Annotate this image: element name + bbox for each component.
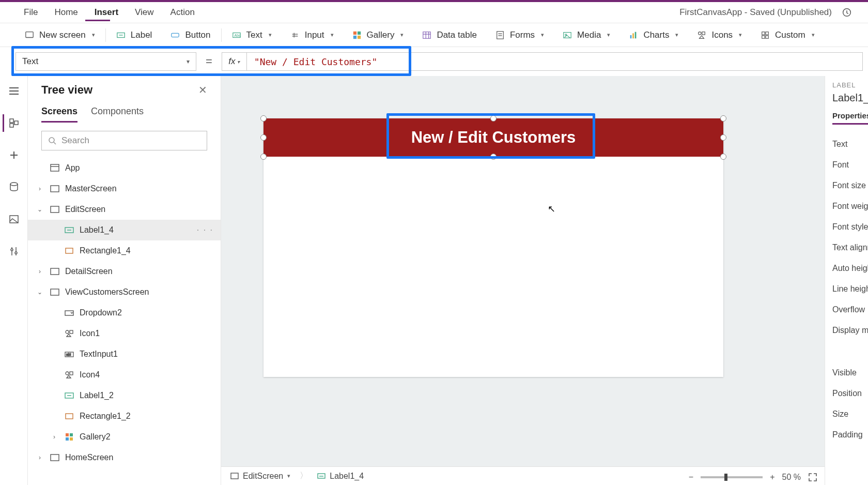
prop-row[interactable]: Padding xyxy=(832,425,868,445)
prop-row[interactable]: Text alignme xyxy=(832,237,868,258)
tree-item-label: EditScreen xyxy=(65,205,105,214)
tree-item-label: Gallery2 xyxy=(80,432,111,442)
prop-row[interactable]: Font weight xyxy=(832,196,868,217)
chevron-down-icon: ▾ xyxy=(739,32,742,38)
ribbon-text[interactable]: Abc Text▾ xyxy=(223,23,281,47)
formula-bar: Text ▾ = fx▾ xyxy=(0,47,868,76)
more-icon[interactable]: · · · xyxy=(197,225,213,235)
search-input[interactable]: Search xyxy=(41,131,207,150)
tab-properties[interactable]: Properties xyxy=(832,111,868,125)
svg-rect-7 xyxy=(357,31,360,34)
tree-item-label1_2[interactable]: Label1_2 xyxy=(28,385,221,406)
tree-item-viewcustomersscreen[interactable]: ⌄ViewCustomersScreen xyxy=(28,282,221,302)
ribbon-button[interactable]: Button xyxy=(161,23,220,47)
formula-input[interactable] xyxy=(246,52,863,71)
ribbon-custom[interactable]: Custom▾ xyxy=(751,23,824,47)
svg-rect-14 xyxy=(630,35,632,38)
fit-to-screen-icon[interactable] xyxy=(808,473,817,482)
ribbon-data-table-label: Data table xyxy=(437,30,477,40)
prop-row[interactable]: Font style xyxy=(832,217,868,237)
ribbon-gallery[interactable]: Gallery▾ xyxy=(343,23,413,47)
canvas-area[interactable]: New / Edit Customers ↖ EditScreen ▾ xyxy=(221,76,825,485)
diagnostics-icon[interactable] xyxy=(841,7,853,18)
separator xyxy=(105,28,106,42)
prop-element-name: Label1_4 xyxy=(832,92,868,104)
prop-row[interactable]: Display mod xyxy=(832,320,868,341)
svg-rect-37 xyxy=(51,289,59,295)
rect-icon xyxy=(64,412,74,421)
tree-item-rectangle1_2[interactable]: Rectangle1_2 xyxy=(28,406,221,427)
ribbon-input-label: Input xyxy=(305,30,324,40)
property-selector[interactable]: Text ▾ xyxy=(16,52,196,71)
tree-item-dropdown2[interactable]: Dropdown2 xyxy=(28,302,221,323)
tab-components[interactable]: Components xyxy=(91,106,144,123)
tree-item-icon4[interactable]: Icon4 xyxy=(28,365,221,385)
tree-item-gallery2[interactable]: ›Gallery2 xyxy=(28,427,221,447)
menu-action[interactable]: Action xyxy=(162,2,203,23)
tree-item-label1_4[interactable]: Label1_4· · · xyxy=(28,220,221,240)
ribbon-charts[interactable]: Charts▾ xyxy=(619,23,688,47)
ribbon-data-table[interactable]: Data table xyxy=(413,23,486,47)
prop-row[interactable]: Auto height xyxy=(832,258,868,279)
ribbon-gallery-label: Gallery xyxy=(367,30,395,40)
rail-advanced[interactable] xyxy=(4,242,24,260)
svg-rect-51 xyxy=(51,454,59,461)
prop-row[interactable]: Font size xyxy=(832,175,868,196)
tree-item-icon1[interactable]: Icon1 xyxy=(28,323,221,344)
prop-row[interactable]: Text xyxy=(832,134,868,155)
tree-item-textinput1[interactable]: ablTextInput1 xyxy=(28,344,221,365)
ribbon-new-screen[interactable]: New screen▾ xyxy=(16,23,104,47)
tree-item-label: Rectangle1_4 xyxy=(80,246,131,255)
svg-text:Abc: Abc xyxy=(234,33,241,37)
svg-rect-23 xyxy=(10,119,13,123)
tree-view-panel: Tree view ✕ Screens Components Search Ap… xyxy=(28,76,221,485)
menu-home[interactable]: Home xyxy=(46,2,86,23)
tree-item-masterscreen[interactable]: ›MasterScreen xyxy=(28,178,221,199)
svg-rect-52 xyxy=(231,473,238,479)
ribbon-media[interactable]: Media▾ xyxy=(553,23,619,47)
rail-hamburger[interactable] xyxy=(4,82,24,100)
chevron-icon: › xyxy=(35,454,44,461)
screen-icon xyxy=(50,205,60,214)
chevron-icon: ⌄ xyxy=(35,289,44,296)
tree-item-app[interactable]: App xyxy=(28,158,221,178)
tree-item-detailscreen[interactable]: ›DetailScreen xyxy=(28,261,221,282)
rail-media[interactable] xyxy=(4,210,24,228)
ribbon-label[interactable]: Label xyxy=(107,23,162,47)
prop-row[interactable]: Visible xyxy=(832,362,868,383)
chevron-down-icon: ▾ xyxy=(269,32,272,38)
menu-view[interactable]: View xyxy=(127,2,162,23)
chevron-icon: › xyxy=(35,185,44,192)
screen-icon xyxy=(50,453,60,462)
rail-insert[interactable] xyxy=(4,146,24,164)
rail-data[interactable] xyxy=(4,178,24,196)
ribbon-icons[interactable]: Icons▾ xyxy=(688,23,751,47)
breadcrumb-control[interactable]: Label1_4 xyxy=(317,472,364,481)
svg-point-43 xyxy=(66,372,69,375)
ribbon-input[interactable]: Input▾ xyxy=(281,23,343,47)
zoom-slider[interactable] xyxy=(701,476,763,478)
zoom-in-button[interactable]: + xyxy=(770,473,774,482)
ribbon: New screen▾ Label Button Abc Text▾ Input… xyxy=(0,23,868,47)
app-title: FirstCanvasApp - Saved (Unpublished) xyxy=(679,7,832,18)
breadcrumb-screen[interactable]: EditScreen ▾ xyxy=(230,472,290,481)
rail-tree-view[interactable] xyxy=(3,114,23,132)
fx-button[interactable]: fx▾ xyxy=(222,52,246,71)
tree-item-editscreen[interactable]: ⌄EditScreen xyxy=(28,199,221,220)
svg-rect-15 xyxy=(633,33,634,38)
tab-screens[interactable]: Screens xyxy=(41,106,78,123)
tree-list: App›MasterScreen⌄EditScreenLabel1_4· · ·… xyxy=(28,156,221,485)
label-control[interactable]: New / Edit Customers xyxy=(264,118,723,157)
tree-item-label: Label1_2 xyxy=(80,391,114,400)
prop-row[interactable]: Font xyxy=(832,155,868,175)
ribbon-forms[interactable]: Forms▾ xyxy=(486,23,553,47)
prop-row[interactable]: Line height xyxy=(832,279,868,299)
prop-row[interactable]: Position xyxy=(832,383,868,404)
menu-file[interactable]: File xyxy=(16,2,46,23)
tree-item-rectangle1_4[interactable]: Rectangle1_4 xyxy=(28,240,221,261)
tree-item-homescreen[interactable]: ›HomeScreen xyxy=(28,447,221,468)
close-icon[interactable]: ✕ xyxy=(198,84,207,96)
zoom-out-button[interactable]: − xyxy=(689,473,693,482)
prop-row[interactable]: Overflow xyxy=(832,299,868,320)
prop-row[interactable]: Size xyxy=(832,404,868,425)
